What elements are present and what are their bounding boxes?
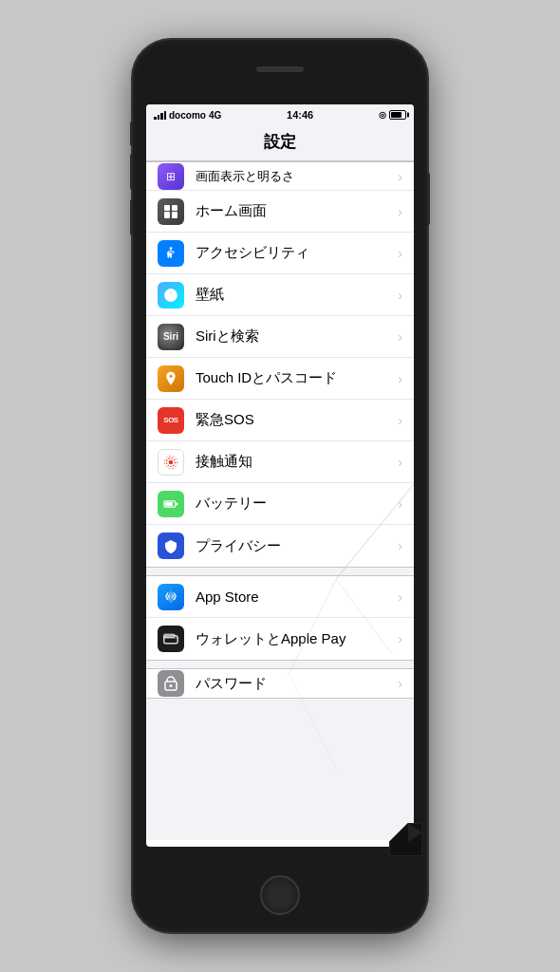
passcode-chevron: › <box>398 676 402 691</box>
battery-icon <box>389 110 406 120</box>
wallet-label: ウォレットとApple Pay <box>196 630 398 648</box>
volume-down-button[interactable] <box>130 199 133 235</box>
broken-corner <box>389 823 418 851</box>
passcode-icon <box>158 670 184 697</box>
wallpaper-icon <box>158 282 184 308</box>
location-icon: ◎ <box>379 110 386 120</box>
settings-item-home-screen[interactable]: ホーム画面 › <box>146 191 414 233</box>
signal-bar-2 <box>158 115 160 120</box>
partial-chevron: › <box>398 169 402 184</box>
home-screen-chevron: › <box>398 204 402 219</box>
sos-chevron: › <box>398 413 402 428</box>
accessibility-label: アクセシビリティ <box>196 244 398 262</box>
power-button[interactable] <box>427 173 430 225</box>
settings-item-touchid[interactable]: Touch IDとパスコード › <box>146 358 414 400</box>
home-screen-icon: ⊞ <box>158 163 184 190</box>
speaker <box>256 66 304 72</box>
settings-item-siri[interactable]: Siri Siriと検索 › <box>146 316 414 358</box>
settings-section-3: パスワード › <box>146 668 414 699</box>
phone-device: docomo 4G 14:46 ◎ 設定 ⊞ <box>133 40 427 932</box>
svg-rect-5 <box>165 502 173 506</box>
network-type: 4G <box>209 110 221 121</box>
settings-item-partial[interactable]: ⊞ 画面表示と明るさ › <box>146 162 414 191</box>
settings-item-wallet[interactable]: ウォレットとApple Pay › <box>146 618 414 660</box>
accessibility-icon <box>158 240 184 267</box>
battery-label: バッテリー <box>196 495 398 513</box>
signal-bar-1 <box>154 117 157 120</box>
exposure-label: 接触通知 <box>196 453 398 471</box>
status-right: ◎ <box>379 110 406 120</box>
mute-switch[interactable] <box>130 122 133 146</box>
battery-settings-icon <box>158 491 184 517</box>
volume-up-button[interactable] <box>130 154 133 190</box>
settings-section-1: ⊞ 画面表示と明るさ › ホーム画面 <box>146 161 414 568</box>
battery-fill <box>391 112 401 118</box>
partial-item-label: 画面表示と明るさ <box>196 168 398 185</box>
status-bar: docomo 4G 14:46 ◎ <box>146 104 414 125</box>
siri-chevron: › <box>398 329 402 345</box>
svg-marker-16 <box>389 823 422 856</box>
sos-label: 緊急SOS <box>196 411 398 429</box>
wallet-chevron: › <box>398 631 402 646</box>
wallpaper-label: 壁紙 <box>196 286 398 304</box>
status-time: 14:46 <box>287 109 313 121</box>
siri-icon: Siri <box>158 324 184 350</box>
svg-point-0 <box>170 247 173 250</box>
svg-point-1 <box>169 459 174 464</box>
privacy-chevron: › <box>398 538 402 553</box>
status-left: docomo 4G <box>154 110 221 121</box>
carrier-label: docomo <box>169 110 206 121</box>
svg-point-11 <box>170 684 173 687</box>
signal-icon <box>154 110 166 120</box>
privacy-icon <box>158 533 184 559</box>
exposure-chevron: › <box>398 455 402 470</box>
svg-rect-9 <box>164 637 177 639</box>
signal-bar-3 <box>160 113 163 120</box>
touchid-chevron: › <box>398 371 402 386</box>
settings-list[interactable]: ⊞ 画面表示と明るさ › ホーム画面 <box>146 161 414 840</box>
exposure-icon <box>158 449 184 476</box>
accessibility-chevron: › <box>398 246 402 261</box>
settings-item-sos[interactable]: SOS 緊急SOS › <box>146 400 414 441</box>
settings-section-2: App Store › ウォレットとApple Pay › <box>146 575 414 661</box>
wallet-icon <box>158 626 184 652</box>
home-screen-icon <box>158 198 184 225</box>
settings-item-exposure[interactable]: 接触通知 › <box>146 441 414 483</box>
settings-item-wallpaper[interactable]: 壁紙 › <box>146 274 414 316</box>
appstore-chevron: › <box>398 589 402 605</box>
home-button[interactable] <box>260 875 300 915</box>
home-screen-label: ホーム画面 <box>196 202 398 220</box>
sos-icon: SOS <box>158 407 184 434</box>
appstore-label: App Store <box>196 589 398 605</box>
touchid-icon <box>158 365 184 392</box>
settings-item-privacy[interactable]: プライバシー › <box>146 525 414 567</box>
siri-label: Siriと検索 <box>196 327 398 346</box>
page-title: 設定 <box>146 131 414 153</box>
settings-item-appstore[interactable]: App Store › <box>146 576 414 618</box>
wallpaper-chevron: › <box>398 288 402 303</box>
settings-item-accessibility[interactable]: アクセシビリティ › <box>146 233 414 274</box>
battery-chevron: › <box>398 496 402 512</box>
appstore-icon <box>158 584 184 610</box>
phone-screen: docomo 4G 14:46 ◎ 設定 ⊞ <box>146 104 414 847</box>
settings-item-passcode[interactable]: パスワード › <box>146 669 414 698</box>
passcode-label: パスワード <box>196 675 398 693</box>
signal-bar-4 <box>164 111 167 120</box>
touchid-label: Touch IDとパスコード <box>196 369 398 387</box>
settings-item-battery[interactable]: バッテリー › <box>146 483 414 525</box>
svg-rect-6 <box>176 502 177 505</box>
privacy-label: プライバシー <box>196 537 398 555</box>
navigation-header: 設定 <box>146 125 414 161</box>
